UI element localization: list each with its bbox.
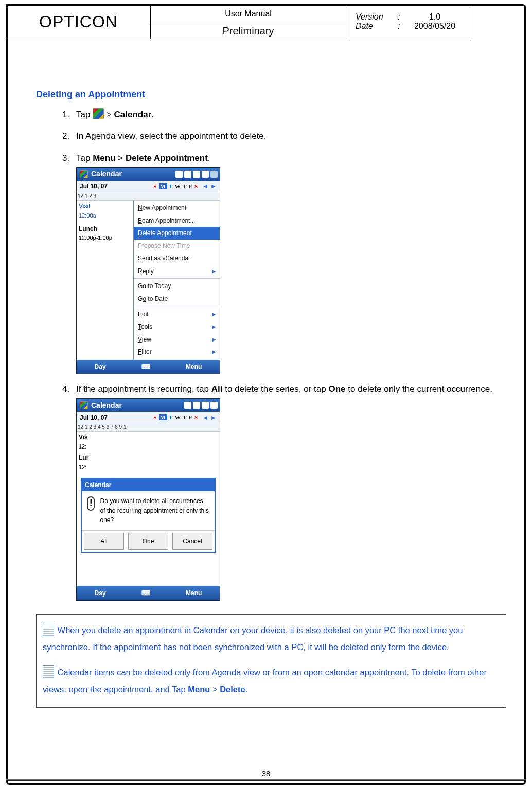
weekday-tabs[interactable]: S M T W T F S — [153, 413, 198, 422]
dialog-cancel-button[interactable]: Cancel — [172, 533, 212, 550]
keyboard-icon[interactable]: ⌨ — [141, 588, 150, 598]
status-icon — [193, 402, 200, 409]
date-bar: Jul 10, 07 S M T W T F S ◄ ► — [77, 181, 220, 192]
menu-delete-appointment[interactable]: Delete Appointment — [134, 227, 220, 240]
menu-edit[interactable]: Edit▸ — [134, 307, 220, 321]
dialog-all-button[interactable]: All — [84, 533, 124, 550]
step-4: If the appointment is recurring, tap All… — [72, 383, 506, 601]
appointment-item[interactable]: Lunch 12:00p-1:00p — [79, 224, 131, 243]
doc-meta: Version : 1.0 Date : 2008/05/20 — [346, 5, 470, 39]
speaker-icon — [202, 171, 209, 178]
brand-name: OPTICON — [7, 5, 151, 39]
dialog-text: Do you want to delete all occurrences of… — [100, 496, 209, 525]
page-number: 38 — [0, 769, 532, 778]
menu-view[interactable]: View▸ — [134, 333, 220, 346]
note-1: When you delete an appointment in Calend… — [43, 625, 463, 652]
menu-propose-new-time: Propose New Time — [134, 240, 220, 253]
appointment-item: Vis 12: — [77, 432, 102, 452]
date-bar: Jul 10, 07 S M T W T F S ◄ ► — [77, 412, 220, 423]
speaker-icon — [210, 402, 218, 409]
soft-key-day[interactable]: Day — [95, 588, 106, 598]
soft-key-day[interactable]: Day — [95, 362, 106, 372]
soft-key-menu[interactable]: Menu — [186, 362, 202, 372]
windows-flag-icon — [80, 170, 88, 178]
footer-rule — [6, 779, 526, 781]
agenda-pane: Visit 12:00a Lunch 12:00p-1:00p — [77, 201, 133, 360]
date-label: Date — [356, 22, 393, 31]
menu-goto-today[interactable]: Go to Today — [134, 278, 220, 293]
screenshot-menu: Calendar Jul 10, 07 S M T — [76, 167, 220, 374]
signal-icon — [202, 402, 209, 409]
next-icon[interactable]: ► — [210, 413, 217, 423]
start-icon — [93, 108, 104, 119]
status-icon — [184, 171, 191, 178]
status-icon — [184, 402, 191, 409]
windows-flag-icon — [80, 401, 88, 409]
title-bar: Calendar — [77, 399, 220, 412]
prev-icon[interactable]: ◄ — [202, 182, 208, 191]
date-value: 2008/05/20 — [409, 22, 460, 31]
time-ruler: 12 1 2 3 — [77, 192, 220, 201]
version-label: Version — [356, 12, 393, 22]
menu-send-vcalendar[interactable]: Send as vCalendar — [134, 252, 220, 265]
close-icon[interactable] — [210, 171, 218, 178]
warning-icon: ! — [87, 496, 95, 511]
step-1: Tap > Calendar. — [72, 108, 506, 121]
note-2: Calendar items can be deleted only from … — [43, 668, 487, 694]
note-icon — [43, 665, 54, 678]
step-2: In Agenda view, select the appointment t… — [72, 130, 506, 143]
title-bar: Calendar — [77, 168, 220, 181]
step-3: Tap Menu > Delete Appointment. Calendar — [72, 152, 506, 374]
document-header: OPTICON User Manual Version : 1.0 Date :… — [6, 4, 470, 39]
soft-key-bar: Day ⌨ Menu — [77, 360, 220, 374]
dialog-title: Calendar — [82, 479, 215, 492]
section-title: Deleting an Appointment — [36, 87, 506, 102]
content-area: Deleting an Appointment Tap > Calendar. … — [36, 87, 506, 708]
menu-goto-date[interactable]: Go to Date — [134, 293, 220, 306]
weekday-tabs[interactable]: S M T W T F S — [153, 182, 198, 191]
menu-new-appointment[interactable]: New Appointment — [134, 202, 220, 214]
screenshot-dialog: Calendar Jul 10, 07 S M T W — [76, 398, 220, 601]
menu-tools[interactable]: Tools▸ — [134, 320, 220, 333]
step-list: Tap > Calendar. In Agenda view, select t… — [36, 108, 506, 601]
next-icon[interactable]: ► — [210, 182, 217, 191]
version-value: 1.0 — [409, 12, 460, 22]
soft-key-bar: Day ⌨ Menu — [77, 586, 220, 600]
dialog-one-button[interactable]: One — [128, 533, 168, 550]
appointment-item: Lur 12: — [77, 452, 102, 473]
time-ruler: 12 1 2 3 4 5 6 7 8 9 1 — [77, 423, 220, 432]
menu-reply[interactable]: Reply▸ — [134, 265, 220, 278]
signal-icon — [193, 171, 200, 178]
menu-beam-appointment[interactable]: Beam Appointment... — [134, 214, 220, 227]
keyboard-icon[interactable]: ⌨ — [141, 362, 150, 372]
appointment-item[interactable]: Visit 12:00a — [79, 202, 131, 220]
prev-icon[interactable]: ◄ — [202, 413, 208, 423]
doc-subtitle: Preliminary — [151, 23, 346, 39]
note-box: When you delete an appointment in Calend… — [36, 614, 506, 708]
note-icon — [43, 623, 54, 636]
context-menu: New Appointment Beam Appointment... Dele… — [133, 201, 220, 360]
status-icon — [175, 171, 183, 178]
doc-title: User Manual — [151, 5, 346, 23]
soft-key-menu[interactable]: Menu — [186, 588, 202, 598]
menu-filter[interactable]: Filter▸ — [134, 346, 220, 358]
confirm-dialog: Calendar ! Do you want to delete all occ… — [81, 478, 216, 553]
